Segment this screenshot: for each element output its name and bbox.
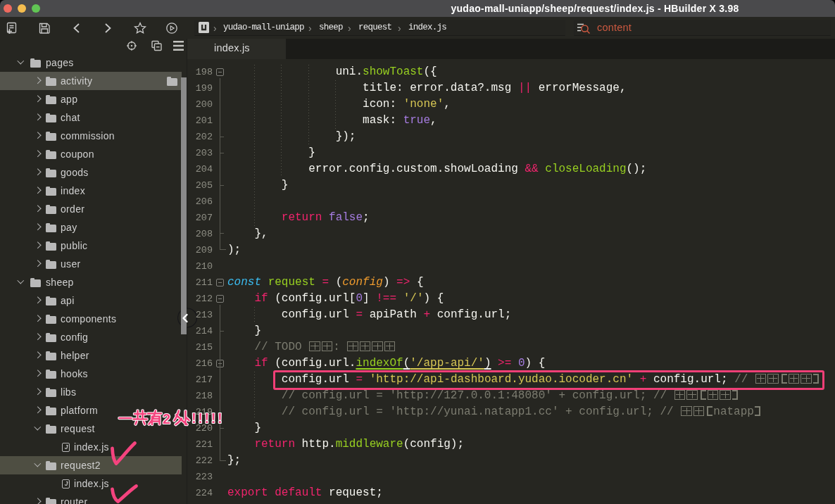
svg-text:2: 2	[163, 411, 170, 427]
svg-text:!!!!!: !!!!!	[192, 410, 224, 426]
